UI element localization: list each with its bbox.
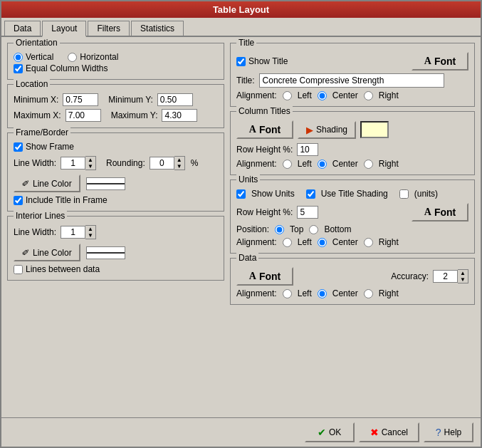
units-font-btn[interactable]: A Font (412, 203, 468, 222)
units-top-radio[interactable] (275, 225, 284, 234)
units-section: Units Show Units Use Title Shading (unit… (230, 179, 475, 254)
col-row-height-input[interactable] (297, 143, 318, 156)
accuracy-spinner: ▲ ▼ (433, 269, 468, 283)
tab-filters[interactable]: Filters (88, 21, 130, 36)
accuracy-up[interactable]: ▲ (458, 270, 468, 276)
col-row-height-label: Row Height %: (236, 145, 293, 155)
col-font-btn[interactable]: A Font (236, 120, 293, 139)
pencil-icon: ✏ (19, 177, 32, 190)
units-center-radio[interactable] (318, 238, 327, 247)
horizontal-radio[interactable] (68, 53, 77, 62)
col-center-radio[interactable] (318, 160, 327, 169)
line-width-label: Line Width: (14, 158, 56, 168)
title-section-label: Title (236, 38, 256, 48)
col-left-radio[interactable] (283, 160, 292, 169)
orientation-label: Orientation (14, 38, 60, 48)
lines-between-label: Lines between data (26, 264, 100, 274)
title-font-btn[interactable]: A Font (412, 52, 468, 71)
rounding-input[interactable] (150, 157, 174, 170)
percent-label: % (191, 158, 199, 168)
include-title-label: Include Title in Frame (26, 195, 108, 205)
interior-line-width-down[interactable]: ▼ (85, 232, 95, 239)
units-center-label: Center (332, 237, 358, 247)
frame-line-color-btn[interactable]: ✏ Line Color (14, 174, 80, 192)
units-row-height-input[interactable] (297, 206, 318, 219)
main-content: Orientation Vertical Horizontal Equal Co… (1, 37, 481, 417)
col-center-label: Center (332, 159, 358, 169)
cancel-button[interactable]: ✖ Cancel (359, 422, 419, 442)
units-bottom-radio[interactable] (309, 225, 318, 234)
tab-statistics[interactable]: Statistics (131, 21, 184, 36)
right-panel: Title Show Title A Font Title: (230, 43, 475, 412)
data-font-btn[interactable]: A Font (236, 267, 293, 286)
title-left-label: Left (298, 90, 312, 100)
title-center-radio[interactable] (318, 91, 327, 100)
rounding-down[interactable]: ▼ (174, 163, 184, 170)
col-color-box (360, 121, 389, 138)
frame-label: Frame/Border (14, 127, 70, 137)
units-right-label: Right (379, 237, 399, 247)
title-left-radio[interactable] (283, 91, 292, 100)
title-bar: Table Layout (1, 1, 481, 18)
interior-line-width-label: Line Width: (14, 227, 56, 237)
include-title-checkbox[interactable] (14, 196, 23, 205)
frame-line-preview (86, 177, 125, 190)
help-icon: ? (436, 427, 441, 438)
min-x-input[interactable] (63, 93, 98, 106)
interior-line-preview (86, 246, 125, 259)
tab-data[interactable]: Data (4, 21, 41, 36)
units-top-label: Top (290, 224, 303, 234)
show-frame-checkbox[interactable] (14, 142, 23, 152)
frame-group: Frame/Border Show Frame Line Width: ▲ ▼ … (7, 132, 224, 212)
data-left-radio[interactable] (283, 289, 292, 298)
location-label: Location (14, 79, 50, 89)
units-left-radio[interactable] (283, 238, 292, 247)
data-right-radio[interactable] (364, 289, 373, 298)
rounding-up[interactable]: ▲ (174, 157, 184, 163)
data-center-radio[interactable] (318, 289, 327, 298)
interior-line-width-input[interactable] (61, 226, 85, 239)
units-row-height-label: Row Height %: (236, 207, 293, 217)
use-title-shading-checkbox[interactable] (306, 189, 315, 199)
shading-icon: ▶ (306, 125, 313, 135)
tab-layout[interactable]: Layout (42, 21, 86, 37)
interior-label: Interior Lines (14, 211, 67, 221)
vertical-radio[interactable] (14, 53, 23, 62)
data-left-label: Left (298, 288, 312, 298)
equal-col-checkbox[interactable] (14, 64, 23, 73)
title-center-label: Center (332, 90, 358, 100)
ok-button[interactable]: ✔ OK (305, 422, 355, 442)
col-right-radio[interactable] (364, 160, 373, 169)
interior-line-color-btn[interactable]: ✏ Line Color (14, 244, 80, 261)
rounding-spinner: ▲ ▼ (150, 156, 185, 170)
help-button[interactable]: ? Help (424, 422, 473, 442)
data-section-label: Data (236, 253, 258, 263)
col-left-label: Left (298, 159, 312, 169)
lines-between-checkbox[interactable] (14, 265, 23, 274)
max-y-label: Maximum Y: (111, 110, 158, 120)
data-right-label: Right (379, 288, 399, 298)
line-width-input[interactable] (61, 157, 85, 170)
min-y-input[interactable] (157, 93, 193, 106)
data-alignment-label: Alignment: (236, 288, 277, 298)
title-right-label: Right (379, 90, 399, 100)
col-shading-btn[interactable]: ▶ Shading (298, 121, 356, 139)
units-paren-checkbox[interactable] (399, 189, 409, 199)
line-width-down[interactable]: ▼ (85, 163, 95, 170)
title-text-input[interactable] (259, 73, 444, 88)
accuracy-input[interactable] (433, 270, 458, 283)
interior-line-width-spinner: ▲ ▼ (61, 225, 96, 239)
title-right-radio[interactable] (364, 91, 373, 100)
interior-line-width-up[interactable]: ▲ (85, 226, 95, 232)
show-title-checkbox[interactable] (236, 57, 246, 66)
units-right-radio[interactable] (364, 238, 373, 247)
line-width-up[interactable]: ▲ (85, 157, 95, 163)
max-y-input[interactable] (162, 109, 197, 122)
show-units-checkbox[interactable] (236, 189, 246, 199)
max-x-label: Maximum X: (14, 110, 61, 120)
max-x-input[interactable] (66, 109, 101, 122)
tab-bar: Data Layout Filters Statistics (1, 18, 481, 37)
accuracy-down[interactable]: ▼ (458, 276, 468, 283)
pencil-icon2: ✏ (19, 246, 32, 259)
font-a-icon: A (424, 56, 431, 67)
